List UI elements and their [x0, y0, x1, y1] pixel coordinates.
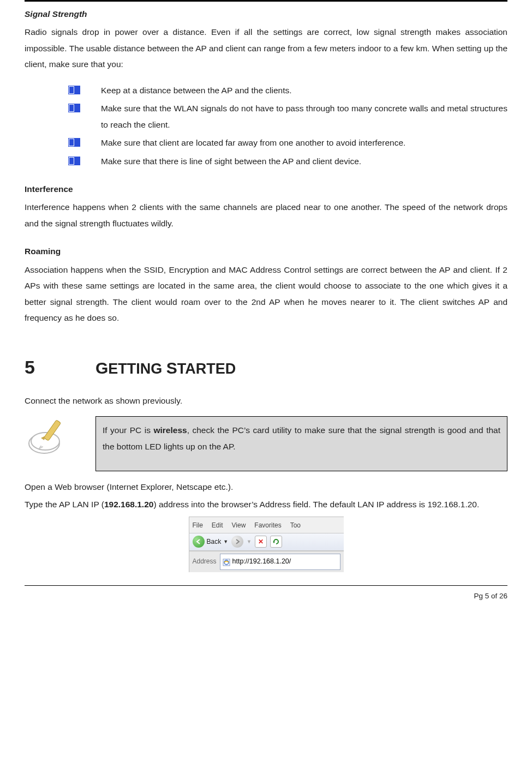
signal-strength-paragraph: Radio signals drop in power over a dista…	[25, 24, 507, 72]
ie-page-icon	[223, 558, 230, 566]
list-item: Make sure that the WLAN signals do not h…	[68, 100, 507, 133]
note-pencil-icon	[25, 416, 95, 471]
signal-strength-bullets: Keep at a distance between the AP and th…	[25, 82, 507, 169]
url-text: http://192.168.1.20/	[232, 555, 291, 568]
back-button[interactable]: Back ▼	[193, 536, 229, 548]
interference-paragraph: Interference happens when 2 clients with…	[25, 199, 507, 231]
menu-edit[interactable]: Edit	[212, 519, 223, 532]
roaming-paragraph: Association happens when the SSID, Encry…	[25, 262, 507, 326]
bullet-text: Keep at a distance between the AP and th…	[101, 86, 292, 95]
menu-tools-cut[interactable]: Too	[290, 519, 301, 532]
heading-roaming: Roaming	[25, 243, 507, 259]
browser-toolbar: Back ▼ ▼ ✕	[189, 533, 344, 551]
list-item: Make sure that client are located far aw…	[68, 135, 507, 151]
chevron-down-icon: ▼	[223, 537, 228, 547]
menu-view[interactable]: View	[232, 519, 246, 532]
type-ip-paragraph: Type the AP LAN IP (192.168.1.20) addres…	[25, 496, 507, 512]
bullet-text: Make sure that the WLAN signals do not h…	[101, 104, 507, 129]
open-browser-paragraph: Open a Web browser (Internet Explorer, N…	[25, 479, 507, 495]
refresh-button[interactable]	[270, 536, 282, 548]
heading-signal-strength: Signal Strength	[25, 6, 507, 22]
bullet-icon	[68, 138, 80, 147]
menu-favorites[interactable]: Favorites	[254, 519, 281, 532]
chapter-title: GETTING STARTED	[95, 352, 236, 383]
bullet-text: Make sure that client are located far aw…	[101, 138, 405, 147]
list-item: Keep at a distance between the AP and th…	[68, 82, 507, 98]
svg-rect-5	[69, 105, 74, 111]
bullet-icon	[68, 86, 80, 94]
back-arrow-icon	[193, 536, 205, 548]
svg-rect-8	[69, 139, 74, 146]
chapter-number: 5	[25, 350, 95, 385]
bullet-icon	[68, 104, 80, 112]
page-number: Pg 5 of 26	[25, 585, 507, 603]
forward-button[interactable]	[231, 536, 243, 548]
address-bar-row: Address http://192.168.1.20/	[189, 551, 344, 572]
svg-rect-11	[69, 158, 74, 164]
browser-screenshot: File Edit View Favorites Too Back ▼ ▼ ✕	[189, 517, 344, 572]
list-item: Make sure that there is line of sight be…	[68, 153, 507, 169]
note-box: If your PC is wireless, check the PC’s c…	[95, 416, 507, 471]
menu-file[interactable]: File	[193, 519, 203, 532]
bullet-icon	[68, 157, 80, 165]
svg-marker-16	[273, 542, 275, 543]
browser-menubar: File Edit View Favorites Too	[189, 517, 344, 533]
chapter-heading: 5 GETTING STARTED	[25, 350, 507, 385]
stop-button[interactable]: ✕	[255, 536, 267, 548]
svg-point-13	[31, 433, 59, 450]
chevron-down-icon: ▼	[247, 537, 252, 547]
connect-paragraph: Connect the network as shown previously.	[25, 393, 507, 409]
address-label: Address	[193, 555, 217, 568]
bullet-text: Make sure that there is line of sight be…	[101, 157, 361, 166]
svg-rect-2	[69, 87, 74, 93]
heading-interference: Interference	[25, 181, 507, 197]
address-input[interactable]: http://192.168.1.20/	[220, 554, 340, 570]
